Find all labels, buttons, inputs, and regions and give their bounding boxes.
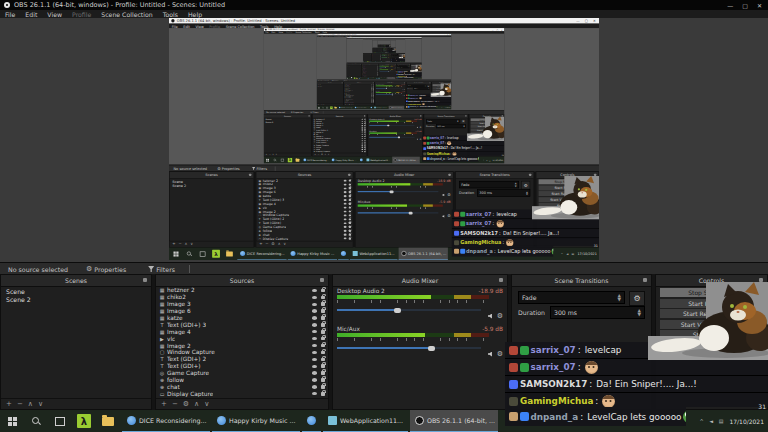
visibility-eye-icon[interactable] <box>312 330 317 333</box>
clock-date[interactable]: 17/10/2021 <box>577 252 596 256</box>
transitions-panel-header[interactable]: Scene Transitions <box>407 82 431 84</box>
source-properties-button[interactable]: ⚙ <box>183 400 189 408</box>
channel-gear-icon[interactable]: ⚙ <box>447 193 451 196</box>
close-button[interactable]: ✕ <box>757 2 762 9</box>
scene-down-button[interactable]: ∨ <box>38 400 43 408</box>
system-tray[interactable]: ^ ◄ ▤ 17/10/2021 <box>699 410 768 432</box>
tray-icons[interactable]: ^ ◄ ▤ <box>561 252 576 255</box>
visibility-eye-icon[interactable] <box>312 385 317 388</box>
scenes-panel-header[interactable]: Scenes <box>346 64 361 65</box>
lock-icon[interactable] <box>349 218 351 220</box>
taskbar-window-button[interactable]: WebApplication11... <box>323 410 408 432</box>
system-tray[interactable]: ^ ◄ ▤ 17/10/2021 <box>483 157 504 164</box>
lock-icon[interactable] <box>349 183 351 185</box>
speaker-icon[interactable] <box>442 215 445 218</box>
source-row[interactable]: ▦ Image 3 <box>156 301 328 308</box>
visibility-eye-icon[interactable] <box>312 378 317 381</box>
channel-gear-icon[interactable]: ⚙ <box>497 351 503 357</box>
lock-icon[interactable] <box>321 344 325 348</box>
filters-button[interactable]: Filters <box>250 166 270 171</box>
chat-username[interactable]: SAMSON2k17 <box>520 379 587 389</box>
transition-select[interactable]: Fade ▲▼ <box>459 181 519 188</box>
taskbar-window-button[interactable]: OBS 26.1.1 (64-bit, ... <box>399 248 448 260</box>
menu-item[interactable]: Help <box>183 11 207 18</box>
chat-username[interactable]: SAMSON2k17 <box>427 147 448 150</box>
tray-icons[interactable]: ^ ◄ ▤ <box>483 159 491 161</box>
volume-slider[interactable] <box>379 67 393 68</box>
scenes-panel-header[interactable]: Scenes <box>317 82 343 84</box>
menu-item[interactable]: Tools <box>158 11 183 18</box>
add-scene-button[interactable]: + <box>172 242 175 246</box>
visibility-eye-icon[interactable] <box>344 191 347 193</box>
taskbar-window-button[interactable]: DICE Reconsidering... <box>302 157 330 164</box>
slider-handle[interactable] <box>408 211 412 214</box>
lock-icon[interactable] <box>321 385 325 389</box>
chat-username[interactable]: sarrix_07 <box>531 345 576 355</box>
start-button[interactable] <box>264 157 272 164</box>
menu-item[interactable]: View <box>42 11 67 18</box>
visibility-eye-icon[interactable] <box>344 214 347 216</box>
lock-icon[interactable] <box>349 238 351 240</box>
scene-row[interactable]: Scene 2 <box>346 66 361 67</box>
scenes-panel-header[interactable]: Scenes <box>264 114 311 118</box>
taskbar-window-button[interactable]: Happy Kirby Music ... <box>330 157 358 164</box>
source-down-button[interactable]: ∨ <box>204 400 209 408</box>
chat-username[interactable]: sarrix_07 <box>466 221 491 227</box>
clock-date[interactable]: 17/10/2021 <box>729 418 764 425</box>
source-row[interactable]: ◎ Game Capture <box>156 370 328 377</box>
lock-icon[interactable] <box>321 323 325 327</box>
chat-username[interactable]: SAMSON2k17 <box>408 100 420 102</box>
scenes-panel-header[interactable]: Scenes <box>363 54 371 55</box>
source-row[interactable]: ▭ Display Capture <box>156 390 328 397</box>
source-row[interactable]: ▦ katze <box>156 315 328 322</box>
chat-username[interactable]: dnpand_a <box>410 106 418 108</box>
taskbar-window-button[interactable]: OBS 26.1.1 (64-bit, ... <box>410 410 498 432</box>
taskbar-window-button[interactable] <box>338 248 349 260</box>
clock-date[interactable]: 17/10/2021 <box>492 159 503 161</box>
source-properties-button[interactable]: ⚙ <box>321 154 323 157</box>
lock-icon[interactable] <box>321 309 325 313</box>
transition-select[interactable]: Fade ▲▼ <box>518 291 625 304</box>
search-button[interactable] <box>271 157 279 164</box>
lock-icon[interactable] <box>349 230 351 232</box>
volume-slider[interactable] <box>376 88 401 89</box>
duration-spinbox[interactable]: 300 ms ▲▼ <box>413 87 430 89</box>
source-up-button[interactable]: ∧ <box>278 242 281 246</box>
visibility-eye-icon[interactable] <box>344 222 347 224</box>
chat-username[interactable]: sarrix_07 <box>410 97 418 99</box>
add-scene-button[interactable]: + <box>266 154 268 157</box>
volume-slider[interactable] <box>337 307 481 313</box>
chat-username[interactable]: sarrix_07 <box>410 94 418 96</box>
speaker-icon[interactable] <box>488 314 494 319</box>
source-row[interactable]: ▦ Image 2 <box>156 342 328 349</box>
visibility-eye-icon[interactable] <box>344 207 347 209</box>
source-up-button[interactable]: ∧ <box>324 154 326 157</box>
chat-username[interactable]: sarrix_07 <box>430 142 444 145</box>
transitions-panel-header[interactable]: Scene Transitions <box>424 114 468 118</box>
tray-icons[interactable]: ^ ◄ ▤ <box>439 107 444 108</box>
clock-date[interactable]: 17/10/2021 <box>445 107 451 108</box>
visibility-eye-icon[interactable] <box>312 392 317 395</box>
taskbar-window-button[interactable] <box>302 410 321 432</box>
lambda-app-button[interactable]: λ <box>72 410 96 432</box>
visibility-eye-icon[interactable] <box>344 234 347 236</box>
channel-gear-icon[interactable]: ⚙ <box>447 215 451 218</box>
taskbar-window-button[interactable]: WebApplication11... <box>365 157 392 164</box>
visibility-eye-icon[interactable] <box>344 199 347 201</box>
mixer-panel-header[interactable]: Audio Mixer <box>355 172 452 179</box>
lock-icon[interactable] <box>321 302 325 306</box>
add-source-button[interactable]: + <box>259 242 262 246</box>
lock-icon[interactable] <box>349 191 351 193</box>
taskbar-window-button[interactable]: DICE Reconsidering... <box>338 106 353 110</box>
source-row[interactable]: ⊕ chat <box>156 383 328 390</box>
chat-username[interactable]: SAMSON2k17 <box>460 230 498 236</box>
lock-icon[interactable] <box>321 351 325 355</box>
chat-username[interactable]: sarrix_07 <box>430 136 444 139</box>
visibility-eye-icon[interactable] <box>344 195 347 197</box>
transitions-panel-header[interactable]: Scene Transitions <box>456 172 534 179</box>
taskbar-window-button[interactable]: DICE Reconsidering... <box>237 248 286 260</box>
system-tray[interactable]: ^ ◄ ▤ 17/10/2021 <box>561 248 599 260</box>
chat-username[interactable]: GamingMichua <box>520 396 593 406</box>
volume-slider[interactable] <box>369 124 414 126</box>
scenes-panel-header[interactable]: Scenes <box>1 275 151 287</box>
